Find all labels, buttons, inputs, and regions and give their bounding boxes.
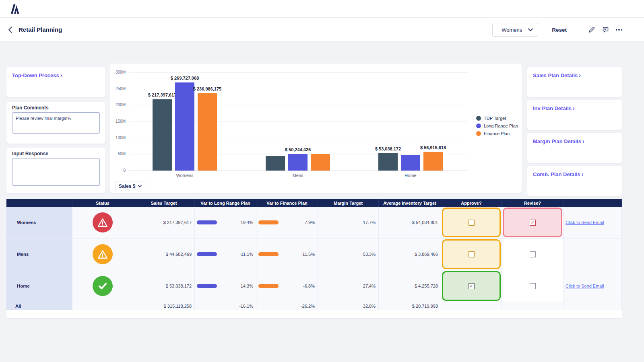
cell-approve — [441, 207, 502, 239]
bar-home-tdp-target — [378, 153, 398, 171]
revise-checkbox[interactable] — [530, 283, 536, 289]
plan-summary-table: StatusSales TargetVar to Long Range Plan… — [6, 199, 622, 310]
page-title: Retail Planning — [19, 26, 62, 33]
y-axis-tick-label: 250M — [110, 86, 126, 91]
cell-var-finance-plan: -11.5% — [256, 239, 318, 270]
legend-dot-icon — [476, 131, 481, 136]
variance-bar-fp — [258, 252, 279, 256]
total-revise-blank — [502, 302, 564, 310]
send-email-link[interactable]: Click to Send Email — [566, 220, 604, 225]
comb-plan-details-link[interactable]: Comb. Plan Details› — [533, 171, 583, 177]
legend-dot-icon — [476, 116, 481, 121]
sales-plan-details-link[interactable]: Sales Plan Details› — [533, 72, 581, 78]
filter-dropdown-value: Womens — [502, 27, 522, 33]
row-label-womens: Womens — [6, 207, 72, 239]
top-down-process-link[interactable]: Top-Down Process› — [12, 72, 62, 78]
revise-checkbox[interactable]: ✓ — [530, 220, 536, 226]
column-header-average-inventory-target: Average Inventory Target — [379, 199, 441, 207]
approve-checkbox[interactable] — [469, 220, 475, 226]
margin-plan-details-card: Margin Plan Details› — [527, 133, 622, 163]
y-axis-tick-label: 200M — [110, 103, 126, 107]
revise-checkbox[interactable] — [530, 251, 536, 257]
header-controls: Womens Reset — [492, 18, 623, 42]
chevron-right-icon: › — [582, 171, 584, 177]
bar-value-label: $ 56,915,618 — [405, 145, 461, 150]
gridline — [129, 72, 468, 73]
anaplan-logo-icon[interactable] — [10, 4, 20, 14]
comment-icon[interactable] — [601, 26, 609, 34]
bar-value-label: $ 236,086,175 — [179, 86, 235, 91]
variance-bar-fp — [258, 220, 279, 224]
cell-approve — [441, 239, 502, 270]
plan-summary-table-card: StatusSales TargetVar to Long Range Plan… — [6, 199, 622, 318]
column-header-var-to-long-range-plan: Var to Long Range Plan — [195, 199, 256, 207]
x-axis-category-label: Home — [386, 173, 435, 178]
column-header-approve: Approve? — [441, 199, 502, 207]
approve-checkbox[interactable] — [469, 251, 475, 257]
cell-email — [564, 239, 622, 270]
input-response-input[interactable] — [12, 158, 100, 186]
variance-bar-fp — [258, 284, 279, 288]
cell-var-finance-plan: -6.8% — [256, 270, 318, 302]
cell-avg-inventory-target: $ 3,869,466 — [379, 239, 441, 270]
x-axis-category-label: Womens — [161, 173, 209, 178]
column-header-status: Status — [72, 199, 133, 207]
approve-checkbox[interactable]: ✓ — [469, 283, 475, 289]
bar-value-label: $ 269,727,068 — [157, 76, 213, 80]
edit-pencil-icon[interactable] — [588, 26, 596, 34]
inv-plan-details-link[interactable]: Inv Plan Details› — [533, 105, 575, 111]
column-header-sales-target: Sales Target — [133, 199, 195, 207]
more-options-icon[interactable] — [615, 26, 623, 34]
total-avg-inventory: $ 20,719,998 — [379, 302, 441, 310]
bar-mens-long-range-plan — [288, 154, 308, 171]
comb-plan-details-card: Comb. Plan Details› — [527, 166, 622, 196]
revise-highlight-box: ✓ — [503, 208, 562, 237]
bar-womens-long-range-plan — [175, 82, 194, 171]
bar-womens-tdp-target — [153, 99, 172, 171]
filter-dropdown[interactable]: Womens — [492, 23, 538, 37]
cell-var-long-range-plan: -19.4% — [195, 207, 256, 239]
approve-highlight-box: ✓ — [442, 271, 501, 301]
measure-selector-value: Sales $ — [119, 183, 135, 189]
status-warning-icon — [93, 244, 113, 264]
margin-plan-details-link[interactable]: Margin Plan Details› — [533, 138, 584, 144]
chevron-right-icon: › — [60, 72, 62, 78]
back-button[interactable] — [8, 26, 15, 33]
measure-selector-dropdown[interactable]: Sales $ — [115, 181, 145, 191]
cell-var-long-range-plan: 14.3% — [195, 270, 256, 302]
cell-status — [72, 207, 133, 239]
chevron-right-icon: › — [573, 105, 575, 111]
bar-womens-finance-plan — [198, 93, 217, 171]
chevron-down-icon — [528, 28, 533, 31]
total-row-label: All — [6, 302, 72, 310]
y-axis-tick-label: 100M — [110, 136, 126, 140]
chevron-right-icon: › — [579, 72, 581, 78]
var-fp-value: -6.8% — [303, 284, 315, 288]
total-email-blank — [564, 302, 622, 310]
row-label-mens: Mens — [6, 239, 72, 270]
chart-legend: TDP TargetLong Range PlanFinance Plan — [476, 114, 518, 137]
cell-sales-target: $ 217,397,617 — [133, 207, 195, 239]
inv-plan-details-card: Inv Plan Details› — [527, 100, 622, 130]
total-margin-target: 32.8% — [318, 302, 379, 310]
top-down-process-card: Top-Down Process› — [6, 67, 105, 97]
cell-var-long-range-plan: -11.1% — [195, 239, 256, 270]
cell-revise: ✓ — [502, 207, 564, 239]
cell-email: Click to Send Email — [564, 270, 622, 302]
column-header-margin-target: Margin Target — [318, 199, 379, 207]
plan-comments-input[interactable]: Please review final margin% — [12, 112, 100, 134]
send-email-link[interactable]: Click to Send Email — [566, 284, 604, 288]
row-label-home: Home — [6, 270, 72, 302]
reset-button[interactable]: Reset — [552, 27, 567, 33]
legend-label: Long Range Plan — [484, 123, 518, 128]
legend-label: Finance Plan — [484, 131, 510, 136]
total-status-blank — [72, 302, 133, 310]
bar-value-label: $ 50,244,426 — [270, 147, 326, 152]
cell-margin-target: 53.3% — [318, 239, 379, 270]
input-response-card: Input Response — [6, 148, 105, 193]
total-approve-blank — [441, 302, 502, 310]
sales-plan-details-card: Sales Plan Details› — [527, 67, 622, 97]
legend-item: Finance Plan — [476, 130, 518, 137]
column-header-revise: Revise? — [502, 199, 564, 207]
legend-item: TDP Target — [476, 114, 518, 122]
